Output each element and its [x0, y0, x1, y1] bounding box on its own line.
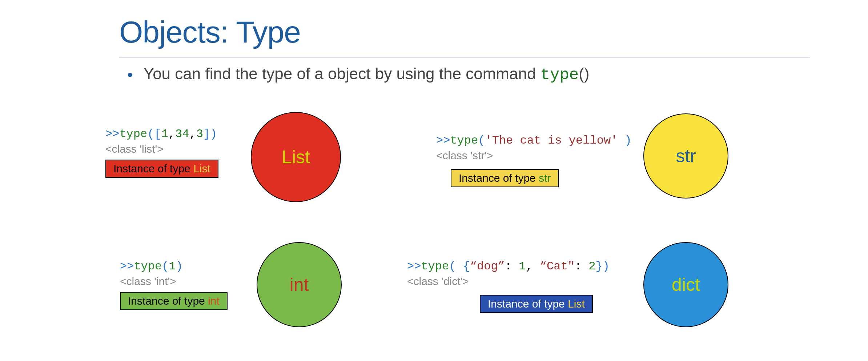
list-instance-box: Instance of type List	[105, 160, 218, 178]
comma2: ,	[189, 127, 196, 141]
instance-hl: str	[539, 172, 551, 184]
dict-circle-label: dict	[672, 274, 700, 295]
prompt: >>	[105, 127, 119, 141]
bullet: • You can find the type of a object by u…	[127, 65, 590, 84]
arg: 'The cat is yellow'	[485, 134, 618, 147]
str-result: <class 'str'>	[436, 149, 632, 162]
slide: Objects: Type • You can find the type of…	[0, 0, 868, 361]
title-underline	[119, 57, 810, 58]
func: type	[134, 260, 162, 273]
bullet-dot: •	[127, 66, 133, 84]
arg: 1	[169, 260, 176, 273]
bullet-code: type	[541, 66, 579, 84]
instance-hl: List	[568, 298, 585, 310]
str-circle-label: str	[676, 145, 696, 167]
list-circle-label: List	[282, 147, 310, 168]
int-circle: int	[257, 242, 342, 327]
bullet-prefix: You can find the type of a object by usi…	[144, 65, 541, 83]
example-list: >>type([1,34,3]) <class 'list'> Instance…	[105, 127, 218, 178]
example-dict: >>type( {“dog”: 1, “Cat": 2}) <class 'di…	[407, 260, 610, 313]
list-result: <class 'list'>	[105, 143, 218, 155]
str-circle: str	[643, 113, 728, 198]
prompt: >>	[120, 260, 134, 273]
v1: 1	[519, 260, 526, 273]
list-code: >>type([1,34,3])	[105, 127, 218, 141]
example-int: >>type(1) <class 'int'> Instance of type…	[120, 260, 228, 310]
open: ([	[147, 127, 161, 141]
dict-result: <class 'dict'>	[407, 275, 610, 288]
open: ( {	[449, 260, 470, 273]
str-instance-box: Instance of type str	[451, 169, 559, 187]
bullet-text: You can find the type of a object by usi…	[144, 65, 590, 83]
arg-c: 3	[196, 127, 203, 141]
int-instance-box: Instance of type int	[120, 292, 228, 310]
close: )	[176, 260, 183, 273]
arg-b: 34	[175, 127, 189, 141]
list-circle: List	[251, 112, 341, 202]
prompt: >>	[407, 260, 421, 273]
open: (	[478, 134, 485, 147]
dict-circle: dict	[643, 242, 728, 327]
instance-hl: List	[193, 163, 210, 175]
arg-a: 1	[161, 127, 168, 141]
str-code: >>type('The cat is yellow' )	[436, 134, 632, 147]
comma: ,	[526, 260, 539, 273]
int-code: >>type(1)	[120, 260, 228, 273]
close: )	[618, 134, 631, 147]
dict-instance-box: Instance of type List	[480, 295, 593, 313]
close: ])	[203, 127, 217, 141]
dict-code: >>type( {“dog”: 1, “Cat": 2})	[407, 260, 610, 273]
k2: “Cat"	[540, 260, 575, 273]
instance-pre: Instance of type	[113, 163, 193, 175]
int-circle-label: int	[290, 274, 309, 295]
colon1: :	[505, 260, 519, 273]
func: type	[421, 260, 449, 273]
prompt: >>	[436, 134, 450, 147]
int-result: <class 'int'>	[120, 275, 228, 288]
open: (	[162, 260, 169, 273]
func: type	[119, 127, 147, 141]
comma1: ,	[168, 127, 175, 141]
close: })	[595, 260, 609, 273]
colon2: :	[575, 260, 588, 273]
instance-pre: Instance of type	[459, 172, 539, 184]
bullet-suffix: ()	[579, 65, 589, 83]
instance-pre: Instance of type	[488, 298, 568, 310]
slide-title: Objects: Type	[119, 15, 301, 50]
v2: 2	[588, 260, 595, 273]
instance-pre: Instance of type	[128, 295, 208, 307]
instance-hl: int	[208, 295, 220, 307]
func: type	[450, 134, 478, 147]
example-str: >>type('The cat is yellow' ) <class 'str…	[436, 134, 632, 187]
k1: “dog”	[470, 260, 505, 273]
